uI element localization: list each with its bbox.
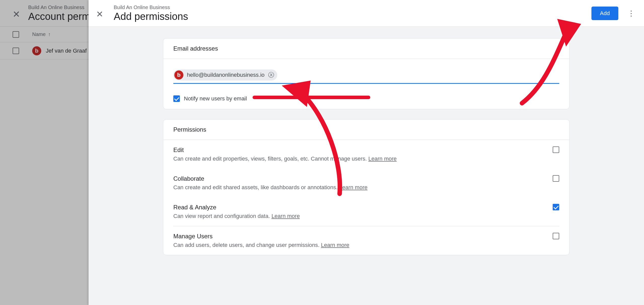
permission-desc: Can view report and configuration data. … [173,213,300,219]
panel-title: Add permissions [114,11,591,22]
notify-checkbox[interactable] [173,95,180,102]
notify-label: Notify new users by email [184,95,247,102]
close-icon[interactable]: ✕ [96,9,103,19]
learn-more-link[interactable]: Learn more [339,184,368,190]
email-addresses-card: Email addresses b hello@buildanonlinebus… [163,38,570,109]
permission-row[interactable]: Read & Analyze Can view report and confi… [163,197,569,226]
permission-title: Edit [173,146,397,154]
permission-desc: Can create and edit shared assets, like … [173,184,368,191]
permissions-card: Permissions Edit Can create and edit pro… [163,119,570,255]
more-vert-icon[interactable]: ⋮ [626,7,636,19]
permission-row[interactable]: Collaborate Can create and edit shared a… [163,169,569,197]
permission-desc: Can create and edit properties, views, f… [173,156,397,162]
email-chip[interactable]: b hello@buildanonlinebusiness.io ⓧ [173,69,277,81]
add-button[interactable]: Add [591,7,618,20]
email-chip-field[interactable]: b hello@buildanonlinebusiness.io ⓧ [173,69,559,84]
permission-title: Read & Analyze [173,204,300,211]
notify-row[interactable]: Notify new users by email [173,95,559,102]
learn-more-link[interactable]: Learn more [321,242,349,248]
permission-checkbox[interactable] [553,233,559,239]
permission-checkbox[interactable] [553,204,559,210]
breadcrumb: Build An Online Business [114,5,591,10]
permission-row[interactable]: Edit Can create and edit properties, vie… [163,140,569,169]
add-permissions-panel: ✕ Build An Online Business Add permissio… [89,0,644,305]
email-input[interactable] [280,72,559,78]
permission-desc: Can add users, delete users, and change … [173,242,349,248]
permission-row[interactable]: Manage Users Can add users, delete users… [163,226,569,255]
avatar: b [174,70,183,80]
remove-chip-icon[interactable]: ⓧ [268,71,274,79]
permission-title: Manage Users [173,233,349,240]
card-header: Email addresses [163,39,569,59]
email-chip-text: hello@buildanonlinebusiness.io [187,72,265,78]
permission-title: Collaborate [173,175,368,182]
learn-more-link[interactable]: Learn more [271,213,300,219]
card-header: Permissions [163,120,569,140]
permission-checkbox[interactable] [553,146,559,153]
permission-checkbox[interactable] [553,175,559,182]
learn-more-link[interactable]: Learn more [368,156,397,162]
